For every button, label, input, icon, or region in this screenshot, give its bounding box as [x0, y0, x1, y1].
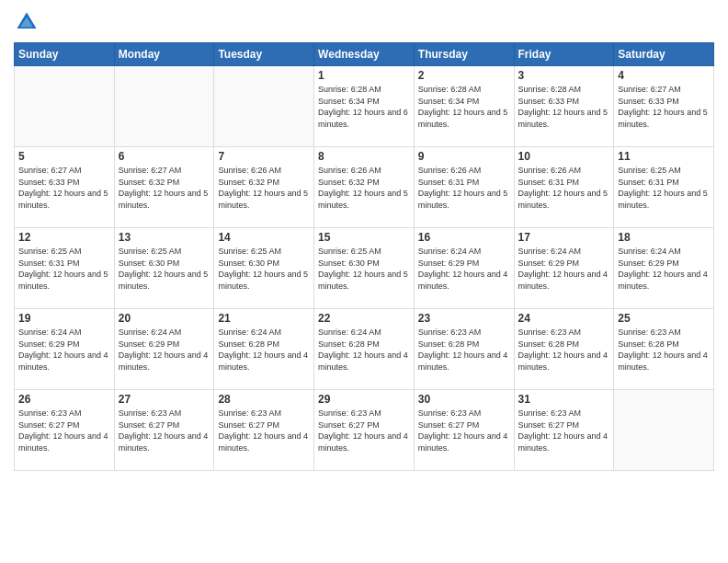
day-info: Sunrise: 6:27 AM Sunset: 6:33 PM Dayligh…: [618, 84, 710, 130]
day-info: Sunrise: 6:24 AM Sunset: 6:29 PM Dayligh…: [618, 246, 710, 292]
calendar-cell: 24Sunrise: 6:23 AM Sunset: 6:28 PM Dayli…: [514, 309, 614, 390]
day-number: 14: [218, 231, 310, 244]
calendar-cell: 25Sunrise: 6:23 AM Sunset: 6:28 PM Dayli…: [614, 309, 714, 390]
day-number: 23: [418, 312, 510, 325]
day-info: Sunrise: 6:24 AM Sunset: 6:28 PM Dayligh…: [218, 327, 310, 373]
day-info: Sunrise: 6:24 AM Sunset: 6:29 PM Dayligh…: [418, 246, 510, 292]
week-row-4: 19Sunrise: 6:24 AM Sunset: 6:29 PM Dayli…: [15, 309, 714, 390]
day-number: 28: [218, 393, 310, 406]
calendar-cell: 2Sunrise: 6:28 AM Sunset: 6:34 PM Daylig…: [414, 66, 514, 147]
day-info: Sunrise: 6:24 AM Sunset: 6:29 PM Dayligh…: [119, 327, 210, 373]
day-info: Sunrise: 6:25 AM Sunset: 6:30 PM Dayligh…: [218, 246, 310, 292]
day-info: Sunrise: 6:23 AM Sunset: 6:27 PM Dayligh…: [119, 408, 210, 454]
day-number: 25: [618, 312, 710, 325]
logo: [14, 9, 43, 35]
weekday-header-wednesday: Wednesday: [314, 43, 415, 66]
day-number: 18: [618, 231, 710, 244]
calendar-cell: 26Sunrise: 6:23 AM Sunset: 6:27 PM Dayli…: [15, 390, 115, 471]
calendar-cell: [214, 66, 314, 147]
calendar-cell: 20Sunrise: 6:24 AM Sunset: 6:29 PM Dayli…: [114, 309, 214, 390]
week-row-5: 26Sunrise: 6:23 AM Sunset: 6:27 PM Dayli…: [15, 390, 714, 471]
day-info: Sunrise: 6:24 AM Sunset: 6:29 PM Dayligh…: [518, 246, 610, 292]
calendar-cell: 27Sunrise: 6:23 AM Sunset: 6:27 PM Dayli…: [114, 390, 214, 471]
day-number: 11: [618, 150, 710, 163]
day-info: Sunrise: 6:26 AM Sunset: 6:32 PM Dayligh…: [318, 165, 410, 211]
day-info: Sunrise: 6:27 AM Sunset: 6:32 PM Dayligh…: [119, 165, 210, 211]
day-info: Sunrise: 6:23 AM Sunset: 6:27 PM Dayligh…: [18, 408, 110, 454]
day-number: 4: [618, 69, 710, 82]
day-number: 29: [318, 393, 410, 406]
calendar-cell: 15Sunrise: 6:25 AM Sunset: 6:30 PM Dayli…: [314, 228, 415, 309]
calendar-cell: 16Sunrise: 6:24 AM Sunset: 6:29 PM Dayli…: [414, 228, 514, 309]
day-number: 7: [218, 150, 310, 163]
day-number: 12: [18, 231, 110, 244]
day-info: Sunrise: 6:25 AM Sunset: 6:31 PM Dayligh…: [618, 165, 710, 211]
calendar-cell: 18Sunrise: 6:24 AM Sunset: 6:29 PM Dayli…: [614, 228, 714, 309]
day-info: Sunrise: 6:23 AM Sunset: 6:28 PM Dayligh…: [418, 327, 510, 373]
day-number: 19: [18, 312, 110, 325]
day-number: 20: [119, 312, 210, 325]
calendar-cell: 19Sunrise: 6:24 AM Sunset: 6:29 PM Dayli…: [15, 309, 115, 390]
calendar-cell: 12Sunrise: 6:25 AM Sunset: 6:31 PM Dayli…: [15, 228, 115, 309]
day-number: 27: [119, 393, 210, 406]
day-number: 31: [518, 393, 610, 406]
calendar-cell: 28Sunrise: 6:23 AM Sunset: 6:27 PM Dayli…: [214, 390, 314, 471]
calendar-cell: 1Sunrise: 6:28 AM Sunset: 6:34 PM Daylig…: [314, 66, 415, 147]
day-info: Sunrise: 6:24 AM Sunset: 6:29 PM Dayligh…: [18, 327, 110, 373]
day-info: Sunrise: 6:28 AM Sunset: 6:34 PM Dayligh…: [418, 84, 510, 130]
day-info: Sunrise: 6:23 AM Sunset: 6:28 PM Dayligh…: [618, 327, 710, 373]
header: [14, 9, 714, 35]
logo-icon: [14, 9, 40, 35]
day-number: 6: [119, 150, 210, 163]
week-row-3: 12Sunrise: 6:25 AM Sunset: 6:31 PM Dayli…: [15, 228, 714, 309]
day-info: Sunrise: 6:27 AM Sunset: 6:33 PM Dayligh…: [18, 165, 110, 211]
calendar-cell: 8Sunrise: 6:26 AM Sunset: 6:32 PM Daylig…: [314, 147, 415, 228]
day-number: 3: [518, 69, 610, 82]
day-info: Sunrise: 6:28 AM Sunset: 6:33 PM Dayligh…: [518, 84, 610, 130]
day-number: 22: [318, 312, 410, 325]
calendar-cell: 29Sunrise: 6:23 AM Sunset: 6:27 PM Dayli…: [314, 390, 415, 471]
day-info: Sunrise: 6:28 AM Sunset: 6:34 PM Dayligh…: [318, 84, 410, 130]
day-info: Sunrise: 6:23 AM Sunset: 6:27 PM Dayligh…: [218, 408, 310, 454]
day-number: 21: [218, 312, 310, 325]
day-info: Sunrise: 6:23 AM Sunset: 6:28 PM Dayligh…: [518, 327, 610, 373]
weekday-header-monday: Monday: [114, 43, 214, 66]
weekday-header-saturday: Saturday: [614, 43, 714, 66]
calendar-cell: 7Sunrise: 6:26 AM Sunset: 6:32 PM Daylig…: [214, 147, 314, 228]
day-number: 10: [518, 150, 610, 163]
day-info: Sunrise: 6:25 AM Sunset: 6:30 PM Dayligh…: [318, 246, 410, 292]
calendar-table: SundayMondayTuesdayWednesdayThursdayFrid…: [14, 42, 714, 471]
weekday-header-row: SundayMondayTuesdayWednesdayThursdayFrid…: [15, 43, 714, 66]
day-number: 8: [318, 150, 410, 163]
calendar-cell: 3Sunrise: 6:28 AM Sunset: 6:33 PM Daylig…: [514, 66, 614, 147]
calendar-cell: 23Sunrise: 6:23 AM Sunset: 6:28 PM Dayli…: [414, 309, 514, 390]
week-row-2: 5Sunrise: 6:27 AM Sunset: 6:33 PM Daylig…: [15, 147, 714, 228]
day-number: 24: [518, 312, 610, 325]
calendar-cell: 9Sunrise: 6:26 AM Sunset: 6:31 PM Daylig…: [414, 147, 514, 228]
calendar-cell: 21Sunrise: 6:24 AM Sunset: 6:28 PM Dayli…: [214, 309, 314, 390]
day-number: 1: [318, 69, 410, 82]
calendar-cell: 17Sunrise: 6:24 AM Sunset: 6:29 PM Dayli…: [514, 228, 614, 309]
calendar-cell: [614, 390, 714, 471]
calendar-cell: 30Sunrise: 6:23 AM Sunset: 6:27 PM Dayli…: [414, 390, 514, 471]
day-info: Sunrise: 6:26 AM Sunset: 6:32 PM Dayligh…: [218, 165, 310, 211]
calendar-cell: 14Sunrise: 6:25 AM Sunset: 6:30 PM Dayli…: [214, 228, 314, 309]
day-info: Sunrise: 6:25 AM Sunset: 6:31 PM Dayligh…: [18, 246, 110, 292]
day-info: Sunrise: 6:25 AM Sunset: 6:30 PM Dayligh…: [119, 246, 210, 292]
day-number: 16: [418, 231, 510, 244]
day-number: 2: [418, 69, 510, 82]
calendar-cell: 13Sunrise: 6:25 AM Sunset: 6:30 PM Dayli…: [114, 228, 214, 309]
calendar-cell: 5Sunrise: 6:27 AM Sunset: 6:33 PM Daylig…: [15, 147, 115, 228]
calendar-cell: 6Sunrise: 6:27 AM Sunset: 6:32 PM Daylig…: [114, 147, 214, 228]
day-info: Sunrise: 6:23 AM Sunset: 6:27 PM Dayligh…: [318, 408, 410, 454]
day-info: Sunrise: 6:26 AM Sunset: 6:31 PM Dayligh…: [418, 165, 510, 211]
day-number: 30: [418, 393, 510, 406]
calendar-cell: 10Sunrise: 6:26 AM Sunset: 6:31 PM Dayli…: [514, 147, 614, 228]
calendar-cell: 11Sunrise: 6:25 AM Sunset: 6:31 PM Dayli…: [614, 147, 714, 228]
day-number: 5: [18, 150, 110, 163]
day-info: Sunrise: 6:23 AM Sunset: 6:27 PM Dayligh…: [518, 408, 610, 454]
day-info: Sunrise: 6:26 AM Sunset: 6:31 PM Dayligh…: [518, 165, 610, 211]
weekday-header-sunday: Sunday: [15, 43, 115, 66]
day-number: 15: [318, 231, 410, 244]
day-number: 9: [418, 150, 510, 163]
